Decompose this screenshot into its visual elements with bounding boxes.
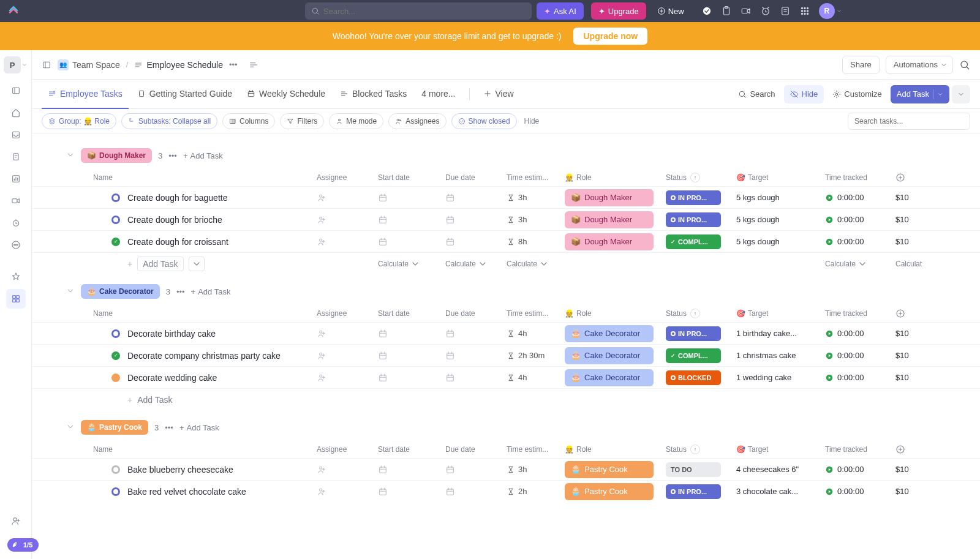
customize-button[interactable]: Customize [826, 85, 888, 103]
start-date-icon[interactable] [378, 328, 390, 340]
group-more-icon[interactable]: ••• [168, 151, 177, 160]
app-logo[interactable] [7, 5, 20, 17]
add-column-button[interactable] [895, 173, 920, 182]
search-icon[interactable] [959, 59, 970, 70]
hide-button[interactable]: Hide [784, 85, 824, 103]
target-cell[interactable]: 1 birthday cake... [736, 329, 825, 338]
group-pill[interactable]: 🎂Cake Decorator [81, 284, 160, 299]
group-collapse-icon[interactable] [66, 151, 75, 159]
share-button[interactable]: Share [842, 56, 880, 74]
add-column-button[interactable] [895, 309, 920, 318]
global-search[interactable] [305, 2, 532, 20]
time-tracked[interactable]: 0:00:00 [825, 329, 895, 338]
task-name[interactable]: Bake red velvet chocolate cake [93, 487, 317, 497]
status-badge[interactable]: IN PRO... [666, 484, 721, 499]
group-more-icon[interactable]: ••• [176, 287, 185, 296]
start-date-icon[interactable] [378, 236, 390, 248]
time-estimate[interactable]: 2h 30m [507, 351, 565, 360]
status-badge[interactable]: ✓COMPL... [666, 234, 721, 249]
group-collapse-icon[interactable] [66, 287, 75, 295]
target-cell[interactable]: 5 kgs dough [736, 193, 825, 202]
docs-icon[interactable] [6, 147, 26, 167]
apps-icon[interactable] [799, 6, 810, 17]
task-row[interactable]: Create dough for croissant 8h 📦Dough Mak… [32, 230, 980, 252]
tab-employee-tasks[interactable]: Employee Tasks [42, 80, 129, 109]
assignee-icon[interactable] [317, 236, 329, 248]
target-cell[interactable]: 3 chocolate cak... [736, 487, 825, 496]
calc-start[interactable]: Calculate [378, 259, 445, 269]
group-pill[interactable]: 📦Dough Maker [81, 148, 152, 163]
cost-cell[interactable]: $10 [895, 215, 920, 224]
time-tracked[interactable]: 0:00:00 [825, 373, 895, 382]
global-search-input[interactable] [323, 7, 526, 16]
alarm-icon[interactable] [760, 6, 771, 17]
status-badge[interactable]: TO DO [666, 462, 721, 477]
breadcrumb-page[interactable]: Employee Schedule [134, 60, 223, 70]
calc-track[interactable]: Calculate [825, 259, 895, 269]
chip-group[interactable]: Group: 👷 Role [42, 113, 116, 129]
panel-icon[interactable] [42, 60, 51, 70]
timesheet-icon[interactable] [6, 213, 26, 233]
chip-filters[interactable]: Filters [280, 113, 324, 129]
status-dot[interactable] [111, 487, 120, 496]
target-cell[interactable]: 4 cheesecakes 6" [736, 465, 825, 474]
due-date-icon[interactable] [445, 463, 458, 476]
task-name[interactable]: Bake blueberry cheesecake [93, 465, 317, 475]
due-date-icon[interactable] [445, 214, 458, 226]
cost-cell[interactable]: $10 [895, 351, 920, 360]
status-dot[interactable] [111, 373, 120, 382]
tab-more[interactable]: 4 more... [415, 80, 461, 109]
search-button[interactable]: Search [732, 85, 781, 103]
cost-cell[interactable]: $10 [895, 373, 920, 382]
clipboard-icon[interactable] [721, 6, 732, 17]
start-date-icon[interactable] [378, 192, 390, 204]
assignee-icon[interactable] [317, 486, 329, 498]
assignee-icon[interactable] [317, 350, 329, 362]
group-more-icon[interactable]: ••• [165, 423, 173, 432]
ask-ai-button[interactable]: ✦Ask AI [537, 2, 584, 20]
chip-hide-text[interactable]: Hide [524, 117, 540, 126]
role-badge[interactable]: 🧁Pastry Cook [565, 483, 654, 500]
invite-icon[interactable] [6, 511, 26, 531]
group-add-task[interactable]: +Add Task [179, 423, 219, 432]
tab-getting-started[interactable]: Getting Started Guide [131, 80, 238, 109]
time-estimate[interactable]: 2h [507, 487, 565, 496]
start-date-icon[interactable] [378, 350, 390, 362]
status-dot[interactable] [111, 193, 120, 202]
role-badge[interactable]: 📦Dough Maker [565, 211, 654, 228]
status-dot[interactable] [111, 465, 120, 474]
role-badge[interactable]: 📦Dough Maker [565, 233, 654, 250]
time-estimate[interactable]: 3h [507, 465, 565, 474]
search-tasks-input[interactable] [848, 113, 970, 130]
due-date-icon[interactable] [445, 328, 458, 340]
cost-cell[interactable]: $10 [895, 237, 920, 246]
due-date-icon[interactable] [445, 372, 458, 384]
task-name[interactable]: Create dough for brioche [93, 215, 317, 225]
status-badge[interactable]: ✓COMPL... [666, 348, 721, 363]
chip-me-mode[interactable]: Me mode [329, 113, 383, 129]
more-icon[interactable] [6, 235, 26, 255]
chip-show-closed[interactable]: Show closed [451, 113, 517, 129]
time-tracked[interactable]: 0:00:00 [825, 487, 895, 496]
video-icon[interactable] [741, 6, 752, 17]
chip-assignees[interactable]: Assignees [388, 113, 446, 129]
automations-button[interactable]: Automations [886, 56, 953, 74]
add-task-inline[interactable]: +Add Task [93, 395, 317, 405]
start-date-icon[interactable] [378, 486, 390, 498]
time-estimate[interactable]: 3h [507, 193, 565, 202]
home-icon[interactable] [6, 103, 26, 122]
status-badge[interactable]: BLOCKED [666, 370, 721, 385]
note-icon[interactable] [780, 6, 791, 17]
status-badge[interactable]: IN PRO... [666, 190, 721, 205]
assignee-icon[interactable] [317, 214, 329, 226]
breadcrumb-more[interactable]: ••• [229, 60, 238, 69]
status-badge[interactable]: IN PRO... [666, 212, 721, 227]
check-circle-icon[interactable] [701, 6, 712, 17]
banner-upgrade-button[interactable]: Upgrade now [573, 28, 647, 45]
role-badge[interactable]: 🎂Cake Decorator [565, 325, 654, 342]
task-row[interactable]: Create dough for brioche 3h 📦Dough Maker… [32, 208, 980, 230]
calc-cost[interactable]: Calculat [895, 260, 922, 268]
spaces-icon[interactable] [6, 289, 26, 309]
task-name[interactable]: Create dough for baguette [93, 193, 317, 203]
add-view-button[interactable]: View [477, 80, 520, 109]
